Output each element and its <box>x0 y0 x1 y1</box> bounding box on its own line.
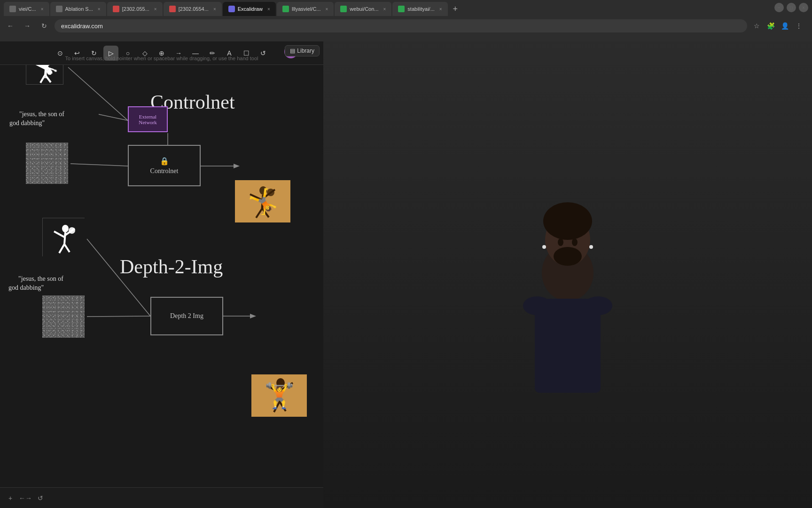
svg-line-1 <box>99 114 128 120</box>
diagram: Controlnet "jesus, the son of g <box>0 41 323 508</box>
menu-button[interactable]: ⋮ <box>793 20 804 32</box>
depth2img-title: Depth-2-Img <box>120 255 223 278</box>
depth2img-input-svg <box>43 218 85 257</box>
tab-label-webui: webui/Con... <box>350 6 378 12</box>
canvas-area[interactable]: Controlnet "jesus, the son of g <box>0 41 323 508</box>
svg-line-36 <box>280 388 281 402</box>
tab-close-arxiv2[interactable]: × <box>213 7 216 12</box>
webcam-panel <box>323 0 812 508</box>
svg-point-23 <box>267 189 274 196</box>
tab-arxiv2[interactable]: [2302.0554... × <box>164 2 222 16</box>
depth2img-noise-image <box>42 295 85 338</box>
svg-point-46 <box>572 238 578 246</box>
zoom-in-button[interactable]: + <box>4 492 17 505</box>
depth2img-input-image <box>42 218 85 256</box>
tab-ablation[interactable]: Ablation S... × <box>50 2 106 16</box>
profile-button[interactable]: 👤 <box>779 20 790 32</box>
depth2img-box-label: Depth 2 Img <box>170 312 203 320</box>
webcam-person-view <box>323 0 812 508</box>
external-network-box: External Network <box>128 106 168 132</box>
lock-icon: 🔒 <box>160 157 169 166</box>
tab-close-stabilityai[interactable]: × <box>439 7 442 12</box>
svg-point-52 <box>584 296 612 315</box>
bottom-toolbar: + ←→ ↺ <box>0 487 323 508</box>
webcam-person-svg <box>450 179 685 508</box>
tab-label-stabilityai: stabilityai/... <box>407 6 434 12</box>
tab-close-illyasviel[interactable]: × <box>326 7 328 12</box>
address-bar: ← → ↻ excalidraw.com ☆ 🧩 👤 ⋮ <box>4 18 808 34</box>
svg-point-45 <box>558 238 563 246</box>
depth2img-output-image <box>251 374 307 417</box>
svg-point-19 <box>259 186 267 195</box>
new-tab-button[interactable]: + <box>449 2 462 16</box>
controlnet-noise-image <box>26 143 68 184</box>
library-label: Library <box>297 48 314 54</box>
tab-label-illyasviel: Illyasviel/C... <box>292 6 321 12</box>
bookmark-button[interactable]: ☆ <box>751 20 762 32</box>
tab-favicon-stabilityai <box>398 6 405 12</box>
tab-bar: viei/C... × Ablation S... × [2302.055...… <box>0 0 812 18</box>
tab-label-arxiv2: [2302.0554... <box>179 6 209 12</box>
svg-line-40 <box>280 402 286 411</box>
tab-label-ablation: Ablation S... <box>65 6 93 12</box>
jesus-text-top-content: "jesus, the son of god dabbing" <box>9 111 64 127</box>
controlnet-box: 🔒 Controlnet <box>128 145 201 186</box>
svg-line-2 <box>70 164 128 166</box>
tab-stabilityai[interactable]: stabilityai/... × <box>392 2 447 16</box>
forward-button[interactable]: → <box>21 19 34 32</box>
tab-close-arxiv1[interactable]: × <box>154 7 157 12</box>
tab-webui[interactable]: webui/Con... × <box>335 2 391 16</box>
tab-favicon-webui <box>340 6 347 12</box>
excalidraw-toolbar: ⊙ ↩ ↻ ▷ ○ ◇ ⊕ → — ✏ A ☐ ↺ <box>0 41 323 65</box>
tab-favicon-ablation <box>56 6 62 12</box>
tab-viei[interactable]: viei/C... × <box>4 2 49 16</box>
jesus-text-top: "jesus, the son of god dabbing" <box>9 100 64 137</box>
refresh-button[interactable]: ↻ <box>38 19 51 32</box>
tab-label-viei: viei/C... <box>19 6 36 12</box>
tab-close-viei[interactable]: × <box>41 7 44 12</box>
back-button[interactable]: ← <box>4 19 17 32</box>
tab-close-excalidraw[interactable]: × <box>267 7 270 12</box>
svg-point-31 <box>69 227 75 234</box>
tab-arxiv1[interactable]: [2302.055... × <box>107 2 163 16</box>
svg-point-48 <box>542 245 546 249</box>
svg-line-21 <box>250 194 262 200</box>
close-button[interactable]: × <box>799 3 808 12</box>
svg-point-51 <box>523 296 551 315</box>
svg-line-7 <box>87 316 150 317</box>
library-icon: ▤ <box>290 48 295 54</box>
depth2img-box: Depth 2 Img <box>150 297 223 335</box>
svg-point-35 <box>276 378 285 388</box>
maximize-button[interactable]: □ <box>787 3 796 12</box>
output-dab-svg <box>235 180 290 222</box>
toolbar-hint-text: To insert canvas, hold pointer when or s… <box>65 56 258 61</box>
svg-point-47 <box>554 247 582 266</box>
reset-view-button[interactable]: ↺ <box>34 492 47 505</box>
tab-favicon-illyasviel <box>282 6 289 12</box>
svg-line-22 <box>262 190 275 199</box>
svg-marker-5 <box>234 164 240 168</box>
controlnet-output-image <box>235 180 290 222</box>
svg-line-37 <box>268 386 280 392</box>
svg-point-27 <box>62 225 69 232</box>
browser-actions: ☆ 🧩 👤 ⋮ <box>751 20 804 32</box>
svg-line-20 <box>262 195 263 208</box>
url-bar[interactable]: excalidraw.com <box>55 19 747 32</box>
jesus-text-bottom-content: "jesus, the son of god dabbing" <box>8 275 63 292</box>
minimize-button[interactable]: − <box>774 3 784 12</box>
tab-close-webui[interactable]: × <box>383 7 386 12</box>
tab-label-excalidraw: Excalidraw <box>238 6 263 12</box>
tab-favicon-arxiv1 <box>113 6 119 12</box>
fit-view-button[interactable]: ←→ <box>19 492 32 505</box>
tab-illyasviel[interactable]: Illyasviel/C... × <box>277 2 334 16</box>
url-text: excalidraw.com <box>61 23 103 30</box>
tab-label-arxiv1: [2302.055... <box>122 6 149 12</box>
extensions-button[interactable]: 🧩 <box>765 20 776 32</box>
library-button[interactable]: ▤ Library <box>285 45 320 56</box>
tab-close-ablation[interactable]: × <box>98 7 101 12</box>
svg-line-0 <box>68 67 128 120</box>
browser-chrome: − □ × viei/C... × Ablation S... × [2302.… <box>0 0 812 41</box>
output-drawing-svg <box>251 374 307 417</box>
toolbar-hint: To insert canvas, hold pointer when or s… <box>0 56 323 61</box>
tab-excalidraw[interactable]: Excalidraw × <box>223 2 276 16</box>
